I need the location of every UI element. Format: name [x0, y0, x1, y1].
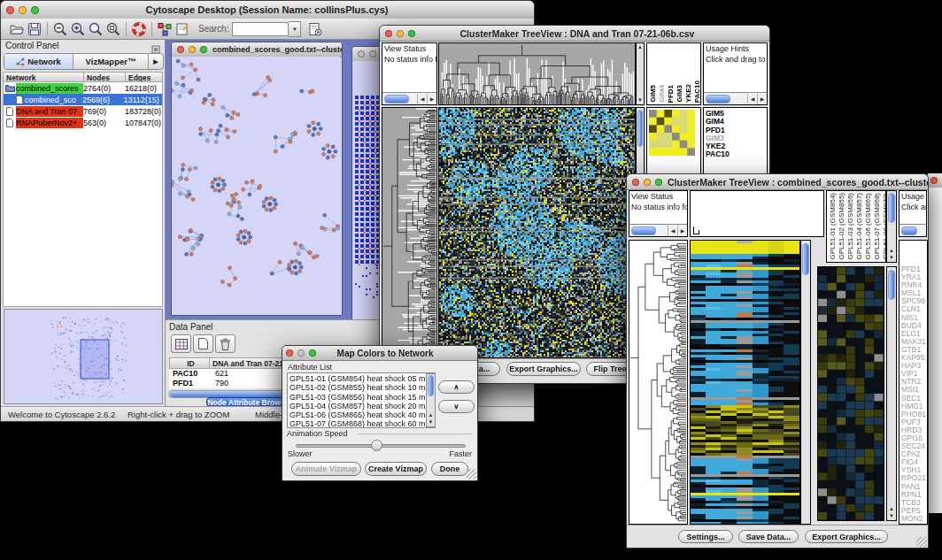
save-data-button[interactable]: Save Data...: [738, 530, 799, 543]
create-vizmap-button[interactable]: Create Vizmap: [365, 462, 427, 476]
heatmap-canvas[interactable]: [438, 107, 636, 358]
close-button[interactable]: [177, 46, 184, 53]
zoom-button[interactable]: [655, 179, 662, 186]
settings-button[interactable]: Settings...: [678, 530, 733, 543]
tab-vizmapper[interactable]: VizMapper™: [73, 54, 149, 69]
heatmap-vscrollbar[interactable]: [800, 240, 811, 525]
list-vscrollbar[interactable]: ▲▼: [426, 373, 436, 427]
scroll-up-icon[interactable]: ▲: [637, 44, 644, 50]
attribute-browser-icon[interactable]: [306, 20, 324, 37]
scrollbar-thumb[interactable]: [901, 226, 917, 235]
heatmap-canvas[interactable]: [690, 240, 800, 525]
create-attribute-button[interactable]: [193, 334, 213, 353]
slider-thumb[interactable]: [371, 440, 382, 451]
network-row-selected[interactable]: combined_sco 2569(6) 13112(15): [4, 94, 162, 105]
animate-vizmap-button[interactable]: Animate Vizmap: [291, 462, 361, 476]
attribute-listbox[interactable]: GPL51-01 (GSM854) heat shock 05 minGPL51…: [287, 372, 436, 428]
scroll-right-icon[interactable]: ▶: [677, 226, 687, 236]
scrollbar-thumb[interactable]: [631, 226, 656, 235]
scroll-left-icon[interactable]: ◀: [417, 94, 427, 104]
search-dropdown-button[interactable]: ▼: [289, 21, 301, 37]
zoom-selected-icon[interactable]: [104, 20, 122, 37]
search-input[interactable]: [232, 22, 289, 36]
annotation-icon[interactable]: [174, 20, 191, 37]
network-overview-canvas[interactable]: [4, 309, 163, 404]
network-row-combined-scores[interactable]: combined_scores 2764(0) 16218(0): [4, 82, 162, 94]
scroll-up-icon[interactable]: ▲: [427, 412, 435, 418]
open-session-icon[interactable]: [8, 20, 26, 37]
mini-heatmap-canvas[interactable]: [649, 110, 695, 156]
scroll-right-icon[interactable]: ▶: [427, 94, 436, 104]
scrollbar-thumb[interactable]: [888, 193, 895, 223]
scrollbar-thumb[interactable]: [637, 110, 643, 147]
scroll-down-icon[interactable]: ▼: [887, 513, 896, 519]
network-window-1[interactable]: combined_scores_good.txt--cluste...: [171, 42, 343, 316]
selection-heatmap-canvas[interactable]: [817, 266, 884, 521]
scroll-down-icon[interactable]: ▼: [427, 419, 435, 426]
minimize-button[interactable]: [189, 46, 196, 53]
export-graphics-button[interactable]: Export Graphics...: [805, 530, 888, 543]
zoom-fit-icon[interactable]: [87, 20, 104, 37]
close-button[interactable]: [358, 50, 365, 58]
zoom-out-icon[interactable]: [51, 20, 69, 37]
row-dendrogram-canvas[interactable]: [382, 107, 437, 358]
column-dendrogram-area[interactable]: [690, 190, 824, 237]
minimize-button[interactable]: [397, 30, 404, 37]
minimize-button[interactable]: [19, 6, 27, 14]
hints-scrollbar[interactable]: [900, 224, 926, 236]
scroll-down-icon[interactable]: ▼: [637, 97, 644, 104]
close-button[interactable]: [632, 179, 639, 186]
zoom-button[interactable]: [408, 30, 415, 37]
main-titlebar[interactable]: Cytoscape Desktop (Session Name: collins…: [1, 1, 534, 19]
scroll-left-icon[interactable]: ◀: [668, 226, 677, 236]
scroll-down-icon[interactable]: ▼: [887, 255, 896, 261]
node-attribute-browser-tab[interactable]: Node Attribute Brows: [206, 397, 286, 406]
export-graphics-button[interactable]: Export Graphics...: [506, 362, 581, 376]
column-dendrogram-canvas[interactable]: [438, 42, 636, 105]
hints-scrollbar[interactable]: ◀▶: [704, 92, 767, 104]
attribute-item[interactable]: GPL51-02 (GSM855) heat shock 10 min: [288, 383, 424, 392]
tab-more-arrow[interactable]: ▶: [149, 54, 163, 69]
attribute-item[interactable]: GPL51-07 (GSM868) heat shock 60 min: [288, 419, 424, 428]
attribute-item[interactable]: GPL51-01 (GSM854) heat shock 05 min: [288, 374, 424, 383]
close-button[interactable]: [930, 177, 938, 184]
attribute-item[interactable]: GPL51-04 (GSM857) heat shock 20 min: [288, 402, 424, 410]
vizmapper-icon[interactable]: [156, 20, 174, 37]
network-row-rnapuber[interactable]: RNAPuberNov2+ 563(0) 107847(0): [4, 117, 162, 128]
scrollbar-thumb[interactable]: [384, 95, 409, 104]
treeview1-titlebar[interactable]: ClusterMaker TreeView : DNA and Tran 07-…: [380, 26, 769, 42]
move-up-button[interactable]: ∧: [438, 380, 475, 394]
labels-vscrollbar[interactable]: ▲▼: [886, 190, 897, 263]
scrollbar-thumb[interactable]: [802, 243, 809, 275]
dialog-titlebar[interactable]: Map Colors to Network: [282, 346, 477, 361]
save-session-icon[interactable]: [26, 20, 43, 37]
scroll-right-icon[interactable]: ▶: [757, 94, 767, 104]
scroll-left-icon[interactable]: ◀: [747, 94, 757, 104]
done-button[interactable]: Done: [431, 462, 468, 476]
status-scrollbar[interactable]: ◀▶: [382, 92, 436, 104]
row-dendrogram-canvas[interactable]: [629, 240, 688, 525]
close-button[interactable]: [286, 349, 293, 357]
genes-vscrollbar[interactable]: ▲▼: [886, 266, 897, 521]
treeview2-titlebar[interactable]: ClusterMaker TreeView : combined_scores_…: [627, 174, 928, 190]
attribute-item[interactable]: GPL51-03 (GSM856) heat shock 15 min: [288, 393, 424, 402]
move-down-button[interactable]: ∨: [438, 400, 475, 413]
status-scrollbar[interactable]: ◀▶: [629, 224, 687, 236]
close-button[interactable]: [385, 30, 392, 37]
dendrogram-vscrollbar[interactable]: ▲▼: [636, 42, 645, 105]
help-lifesaver-icon[interactable]: [130, 20, 148, 37]
scrollbar-thumb[interactable]: [706, 95, 730, 104]
network-row-dna-tran[interactable]: DNA and Tran 07 769(0) 183728(0): [4, 105, 162, 117]
minimize-button[interactable]: [369, 50, 376, 58]
attribute-select-button[interactable]: [171, 334, 191, 353]
minimize-button[interactable]: [644, 179, 651, 186]
attribute-item[interactable]: GPL51-06 (GSM865) heat shock 40 min: [288, 410, 424, 419]
scrollbar-thumb[interactable]: [428, 375, 434, 396]
close-button[interactable]: [6, 6, 14, 14]
zoom-button[interactable]: [31, 6, 39, 14]
minimize-button[interactable]: [297, 349, 305, 357]
zoom-in-icon[interactable]: [69, 20, 87, 37]
network-view-canvas[interactable]: [172, 57, 340, 313]
scroll-up-icon[interactable]: ▲: [887, 248, 896, 254]
zoom-button[interactable]: [200, 46, 207, 53]
